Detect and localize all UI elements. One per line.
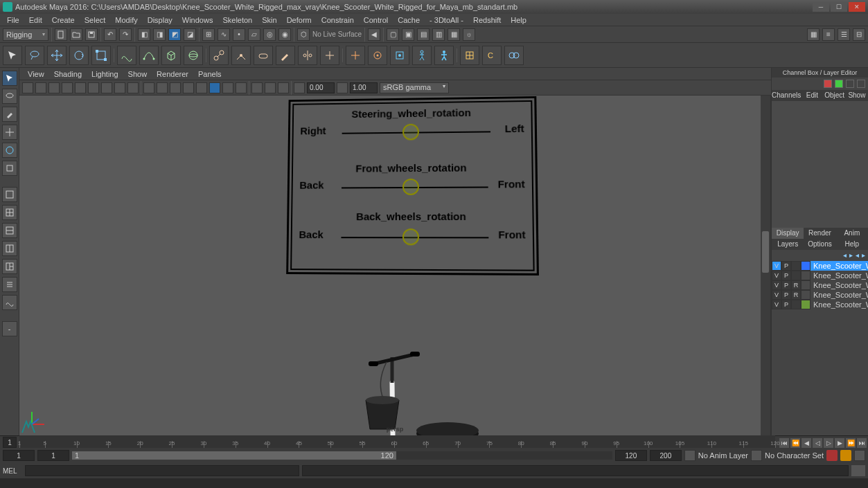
lasso-tool[interactable] xyxy=(2,89,17,104)
resolution-gate-icon[interactable] xyxy=(88,82,99,93)
joint-tool-icon[interactable] xyxy=(209,46,229,65)
field-chart-icon[interactable] xyxy=(114,82,125,93)
move-tool-icon[interactable] xyxy=(47,46,67,65)
menu-skeleton[interactable]: Skeleton xyxy=(218,15,256,25)
menu-redshift[interactable]: Redshift xyxy=(469,15,505,25)
paint-skin-icon[interactable] xyxy=(276,46,295,65)
render-frame-icon[interactable]: ▢ xyxy=(387,28,399,41)
cb-tab-object[interactable]: Object xyxy=(824,90,846,101)
menu-windows[interactable]: Windows xyxy=(178,15,218,25)
layer-playback-toggle[interactable]: P xyxy=(781,280,791,290)
cb-close-icon[interactable] xyxy=(857,80,865,88)
panel-menu-panels[interactable]: Panels xyxy=(194,69,226,79)
redo-icon[interactable]: ↷ xyxy=(119,28,132,41)
outliner-icon[interactable] xyxy=(2,277,17,292)
layer-tab-anim[interactable]: Anim xyxy=(836,228,868,239)
layer-sub-options[interactable]: Options xyxy=(804,239,835,250)
panel-menu-lighting[interactable]: Lighting xyxy=(87,69,123,79)
ep-curve-icon[interactable] xyxy=(139,46,159,65)
menu-modify[interactable]: Modify xyxy=(111,15,141,25)
gate-mask-icon[interactable] xyxy=(101,82,112,93)
grid-icon[interactable] xyxy=(62,82,73,93)
layer-ref-toggle[interactable] xyxy=(791,300,801,309)
image-plane-icon[interactable] xyxy=(48,82,60,93)
layer-color-swatch[interactable] xyxy=(801,300,811,309)
anim-layer-icon[interactable] xyxy=(684,450,696,461)
shadows-icon[interactable] xyxy=(196,82,207,93)
bind-skin-icon[interactable] xyxy=(254,46,273,65)
channel-box-icon[interactable]: ⊟ xyxy=(853,28,865,41)
camera-select-icon[interactable] xyxy=(22,82,33,93)
range-end-outer-field[interactable] xyxy=(650,450,682,461)
layer-tab-display[interactable]: Display xyxy=(772,228,804,239)
graph-editor-icon[interactable] xyxy=(2,295,17,310)
film-gate-icon[interactable] xyxy=(75,82,86,93)
layer-arrow-2[interactable]: ▸ xyxy=(849,251,853,259)
attribute-editor-icon[interactable]: ≡ xyxy=(822,28,835,41)
range-slider[interactable]: 1 120 xyxy=(72,451,612,460)
menu-edit[interactable]: Edit xyxy=(25,15,46,25)
xray-icon[interactable] xyxy=(265,82,276,93)
play-back-icon[interactable]: ◁ xyxy=(813,438,822,448)
panel-menu-show[interactable]: Show xyxy=(124,69,152,79)
range-end-inner-field[interactable] xyxy=(615,450,647,461)
make-live-icon[interactable]: ⬡ xyxy=(297,28,310,41)
paint-select-tool[interactable] xyxy=(2,107,17,122)
textured-icon[interactable] xyxy=(170,82,181,93)
anim-prefs-icon[interactable] xyxy=(854,450,865,461)
current-frame-field-left[interactable] xyxy=(3,437,17,448)
scale-tool-icon[interactable] xyxy=(91,46,111,65)
layer-row[interactable]: VPKnee_Scooter_White_R xyxy=(772,261,868,271)
construction-history-icon[interactable]: ◀ xyxy=(368,28,380,41)
undo-icon[interactable]: ↶ xyxy=(104,28,116,41)
isolate-select-icon[interactable] xyxy=(251,82,263,93)
layer-arrow-3[interactable]: ◂ xyxy=(856,251,859,259)
viewport-scrollbar[interactable] xyxy=(761,96,770,435)
menu-skin[interactable]: Skin xyxy=(258,15,281,25)
layer-sub-help[interactable]: Help xyxy=(836,239,868,250)
script-editor-icon[interactable] xyxy=(851,465,865,476)
snap-curve-icon[interactable]: ∿ xyxy=(218,28,230,41)
layer-color-swatch[interactable] xyxy=(801,261,811,271)
lasso-tool-icon[interactable] xyxy=(25,46,44,65)
rotate-tool-icon[interactable] xyxy=(69,46,89,65)
mirror-joint-icon[interactable] xyxy=(298,46,317,65)
menu-file[interactable]: File xyxy=(3,15,24,25)
layer-ref-toggle[interactable] xyxy=(791,261,801,271)
rig-slider3-knob[interactable] xyxy=(402,228,419,245)
select-object-icon[interactable]: ◨ xyxy=(153,28,166,41)
panel-menu-view[interactable]: View xyxy=(24,69,48,79)
cb-tab-channels[interactable]: Channels xyxy=(772,90,801,101)
cmd-language-label[interactable]: MEL xyxy=(3,467,22,475)
layer-ref-toggle[interactable]: R xyxy=(791,280,801,290)
save-scene-icon[interactable] xyxy=(85,28,98,41)
gamma-icon[interactable] xyxy=(337,82,348,93)
layer-color-swatch[interactable] xyxy=(801,271,811,280)
move-tool[interactable] xyxy=(2,125,17,140)
layer-row[interactable]: VPRKnee_Scooter_White_R xyxy=(772,280,868,290)
layer-playback-toggle[interactable]: P xyxy=(781,300,791,309)
orient-joint-icon[interactable] xyxy=(320,46,339,65)
range-start-outer-field[interactable] xyxy=(3,450,35,461)
viewport[interactable]: Steering_wheel_rotation Right Left Front… xyxy=(19,96,771,435)
constraint-point-icon[interactable] xyxy=(346,46,365,65)
step-back-key-icon[interactable]: ⏪ xyxy=(790,438,800,448)
motion-blur-icon[interactable] xyxy=(222,82,233,93)
hypershade-icon[interactable]: ▥ xyxy=(432,28,445,41)
menu-select[interactable]: Select xyxy=(80,15,110,25)
step-back-icon[interactable]: ◀ xyxy=(801,438,811,448)
smooth-shade-icon[interactable] xyxy=(157,82,168,93)
step-fwd-icon[interactable]: ▶ xyxy=(835,438,844,448)
cb-icon-2[interactable] xyxy=(835,80,843,88)
light-editor-icon[interactable]: ☼ xyxy=(463,28,475,41)
cmd-input[interactable] xyxy=(25,465,299,476)
set-driven-key-icon[interactable] xyxy=(390,46,409,65)
scale-tool[interactable] xyxy=(2,161,17,176)
play-fwd-icon[interactable]: ▷ xyxy=(824,438,833,448)
safe-action-icon[interactable] xyxy=(127,82,139,93)
layer-sub-layers[interactable]: Layers xyxy=(772,239,804,250)
rig-slider2-knob[interactable] xyxy=(402,179,419,195)
open-scene-icon[interactable] xyxy=(70,28,82,41)
go-start-icon[interactable]: ⏮ xyxy=(779,438,789,448)
view-transform-dropdown[interactable]: sRGB gamma xyxy=(380,82,449,93)
